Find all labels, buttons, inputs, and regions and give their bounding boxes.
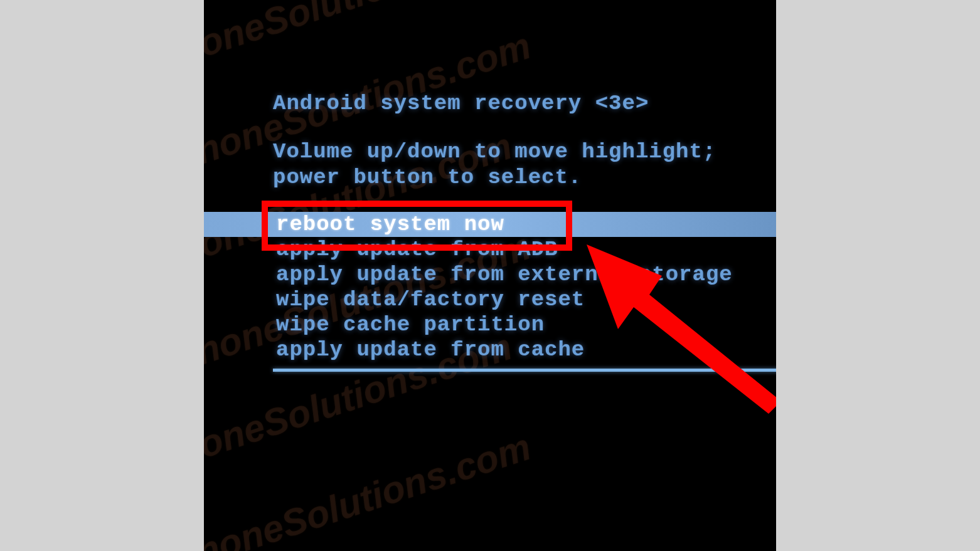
menu-item-label: wipe data/factory reset — [276, 288, 585, 312]
instruction-line: Volume up/down to move highlight; — [273, 139, 716, 165]
menu-item-wipe-cache[interactable]: wipe cache partition — [204, 312, 776, 337]
menu-item-label: reboot system now — [276, 213, 504, 236]
menu-item-label: apply update from external storage — [276, 263, 733, 286]
instruction-line: power button to select. — [273, 165, 716, 191]
device-screen: SmartMobilePhoneSolutions.com SmartMobil… — [204, 0, 776, 551]
menu-divider — [273, 369, 776, 372]
menu-item-label: wipe cache partition — [276, 313, 545, 337]
menu-item-adb-update[interactable]: apply update from ADB — [204, 237, 776, 262]
outer-frame: SmartMobilePhoneSolutions.com SmartMobil… — [0, 0, 980, 551]
menu-item-reboot[interactable]: reboot system now — [204, 212, 776, 237]
recovery-content: Android system recovery <3e> Volume up/d… — [204, 0, 776, 551]
recovery-title: Android system recovery <3e> — [273, 91, 649, 117]
menu-item-external-update[interactable]: apply update from external storage — [204, 262, 776, 287]
menu-item-label: apply update from cache — [276, 338, 585, 362]
menu-item-cache-update[interactable]: apply update from cache — [204, 337, 776, 362]
menu-item-label: apply update from ADB — [276, 238, 558, 261]
recovery-instructions: Volume up/down to move highlight; power … — [273, 139, 716, 191]
menu-item-wipe-data[interactable]: wipe data/factory reset — [204, 287, 776, 312]
recovery-menu: reboot system now apply update from ADB … — [204, 212, 776, 362]
